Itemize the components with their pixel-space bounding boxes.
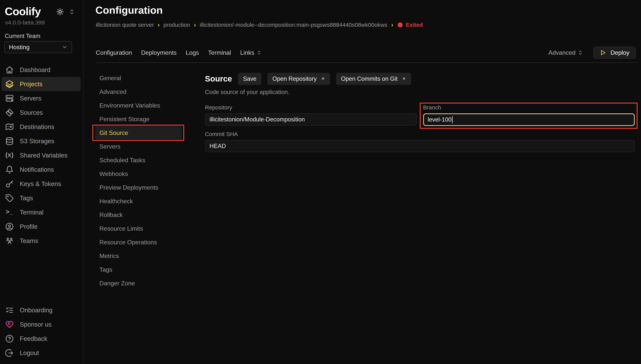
sidebar-item-label: S3 Storages [20,138,54,145]
sidebar-item-shared-variables[interactable]: (x) Shared Variables [2,148,81,162]
open-repository-button[interactable]: Open Repository [267,73,330,85]
key-icon [5,180,14,188]
sidebar-item-logout[interactable]: Logout [2,346,81,360]
tab-links-label: Links [240,49,254,56]
sidebar-item-label: Tags [20,194,33,202]
tag-icon [5,194,14,202]
commit-sha-label: Commit SHA [205,131,635,137]
advanced-dropdown[interactable]: Advanced [548,49,583,56]
map-icon [5,123,14,131]
subnav-item-tags[interactable]: Tags [95,263,182,276]
save-button[interactable]: Save [238,73,261,85]
tab-terminal[interactable]: Terminal [208,49,231,56]
sidebar-item-label: Logout [20,349,39,356]
tab-logs[interactable]: Logs [186,49,199,56]
sidebar-item-label: Shared Variables [20,152,68,159]
subnav-item-rollback[interactable]: Rollback [95,208,182,222]
commit-sha-field-group: Commit SHA [205,131,635,152]
sidebar-item-label: Terminal [20,209,44,216]
chevron-down-icon [62,44,68,50]
arrow-up-right-icon [401,76,406,81]
sidebar-footer-nav: Onboarding Sponsor us Feedback Logout [2,303,81,360]
main-content: Configuration illicitonion quote server … [84,0,641,364]
sidebar-item-sources[interactable]: Sources [2,106,81,120]
subnav-item-preview-deployments[interactable]: Preview Deployments [95,181,182,194]
database-icon [5,137,14,145]
tabs-row: Configuration Deployments Logs Terminal … [96,46,636,59]
sidebar-item-label: Teams [20,237,38,244]
subnav-item-general[interactable]: General [95,71,182,85]
sidebar-item-destinations[interactable]: Destinations [2,120,81,134]
subnav-item-healthcheck[interactable]: Healthcheck [95,194,182,208]
team-select[interactable]: Hosting [4,41,72,53]
subnav-item-resource-operations[interactable]: Resource Operations [95,236,182,249]
commit-sha-input[interactable] [205,140,635,152]
subnav-item-servers[interactable]: Servers [95,140,182,153]
open-commits-button[interactable]: Open Commits on Git [336,73,411,85]
subnav-item-git-source[interactable]: Git Source [95,126,182,140]
tab-deployments[interactable]: Deployments [141,49,177,56]
breadcrumb-environment[interactable]: production [164,22,190,28]
status-label: Exited [406,22,423,28]
subnav-item-scheduled-tasks[interactable]: Scheduled Tasks [95,153,182,167]
chevrons-up-down-icon [257,50,262,55]
sidebar-item-feedback[interactable]: Feedback [2,332,81,346]
sidebar-item-servers[interactable]: Servers [2,91,81,106]
terminal-icon: >_ [5,208,14,216]
variables-icon: (x) [5,151,14,160]
tab-configuration[interactable]: Configuration [96,49,132,56]
breadcrumb-resource[interactable]: illicitestonion/-module--decomposition:m… [200,22,387,28]
heart-hands-icon [5,320,14,329]
home-icon [5,66,14,74]
sidebar-item-label: Feedback [20,335,47,342]
sidebar-item-tags[interactable]: Tags [2,191,81,205]
subnav-item-metrics[interactable]: Metrics [95,249,182,263]
section-title: Source [205,74,232,84]
sidebar-item-label: Dashboard [20,66,50,74]
advanced-label: Advanced [548,49,575,56]
deploy-label: Deploy [610,49,629,56]
branch-input[interactable]: level-100 [423,114,635,126]
team-select-value: Hosting [9,44,30,51]
subnav-item-advanced[interactable]: Advanced [95,85,182,98]
sidebar-item-onboarding[interactable]: Onboarding [2,303,81,317]
subnav-item-environment-variables[interactable]: Environment Variables [95,98,182,112]
deploy-button[interactable]: Deploy [593,46,636,59]
breadcrumb-separator-icon: › [391,21,393,28]
section-description: Code source of your application. [205,89,635,96]
sidebar-item-profile[interactable]: Profile [2,220,81,234]
repository-label: Repository [205,104,417,111]
sidebar-item-sponsor-us[interactable]: Sponsor us [2,317,81,332]
breadcrumb-separator-icon: › [158,21,160,28]
sidebar-item-label: Sponsor us [20,321,52,328]
app-version: v4.0.0-beta.399 [5,20,45,26]
subnav-item-persistent-storage[interactable]: Persistent Storage [95,112,182,126]
sidebar-item-keys-tokens[interactable]: Keys & Tokens [2,177,81,191]
server-icon [5,94,14,102]
subnav-item-webhooks[interactable]: Webhooks [95,167,182,181]
sidebar-item-dashboard[interactable]: Dashboard [2,63,81,77]
layers-icon [5,80,14,88]
sidebar-item-notifications[interactable]: Notifications [2,162,81,177]
sidebar-item-projects[interactable]: Projects [2,77,81,91]
status-badge: Exited [398,22,423,28]
sidebar-item-label: Servers [20,95,42,102]
open-commits-label: Open Commits on Git [341,76,398,82]
sidebar-item-teams[interactable]: Teams [2,234,81,248]
subnav-item-resource-limits[interactable]: Resource Limits [95,222,182,236]
subnav-item-danger-zone[interactable]: Danger Zone [95,276,182,290]
sidebar-item-label: Projects [20,80,42,88]
sidebar-item-terminal[interactable]: >_ Terminal [2,205,81,220]
subnav-item-label: Git Source [100,130,128,136]
repository-field-group: Repository [205,104,417,126]
teams-icon [5,237,14,245]
sidebar-item-s3-storages[interactable]: S3 Storages [2,134,81,148]
tab-links[interactable]: Links [240,49,262,56]
git-source-panel: Source Save Open Repository Open Commits… [205,63,635,364]
breadcrumb-project[interactable]: illicitonion quote server [96,22,154,28]
chevrons-up-down-icon[interactable] [69,9,75,15]
status-dot-icon [398,22,403,27]
sun-icon[interactable] [56,8,64,16]
repository-input[interactable] [205,114,417,126]
app-logo[interactable]: Coolify [5,5,41,18]
